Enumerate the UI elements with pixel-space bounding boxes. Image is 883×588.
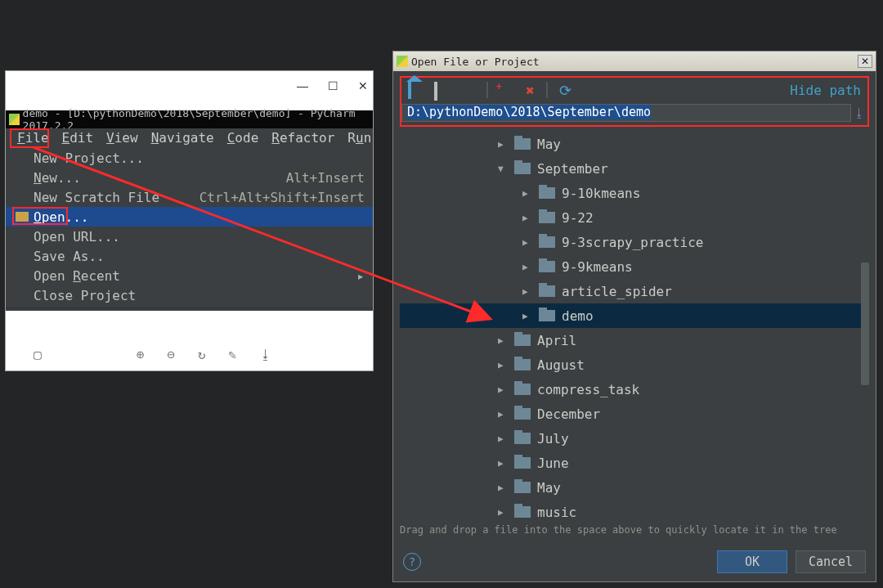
folder-icon [514,163,531,174]
minimize-button[interactable]: — [297,79,308,92]
tree-node-demo[interactable]: ▶demo [400,303,869,328]
window-controls: — ☐ ✕ [297,71,368,101]
expand-arrow-icon[interactable]: ▶ [498,507,509,518]
menu-code[interactable]: Code [221,128,266,148]
hide-path-link[interactable]: Hide path [790,83,861,98]
tree-node-december[interactable]: ▶December [400,402,869,426]
menu-view[interactable]: View [100,128,145,148]
expand-arrow-icon[interactable]: ▶ [522,213,534,223]
folder-icon [514,384,531,395]
history-dropdown-icon[interactable]: ⭳ [851,104,867,122]
new-folder-icon[interactable] [500,83,514,97]
expand-arrow-icon[interactable]: ▶ [522,237,534,248]
main-menubar: File Edit View Navigate Code Refactor Ru… [6,128,373,148]
maximize-button[interactable]: ☐ [328,79,338,92]
download-icon[interactable]: ⭳ [259,347,272,362]
tree-node-july[interactable]: ▶July [400,426,869,451]
ok-button[interactable]: OK [717,550,787,573]
edit-icon[interactable]: ✎ [229,347,237,362]
zoom-out-icon[interactable]: ⊖ [167,347,175,362]
menu-file[interactable]: File [11,128,56,148]
file-menu-dropdown: New Project... New... Alt+Insert New Scr… [6,148,373,311]
tree-node-article-spider[interactable]: ▶article_spider [400,279,869,303]
tree-node-august[interactable]: ▶August [400,352,869,377]
path-input[interactable]: D:\pythonDemo\2018\September\demo [401,104,851,122]
menu-save-as[interactable]: Save As.. [6,246,373,266]
expand-arrow-icon[interactable]: ▶ [522,311,534,321]
folder-icon [514,482,531,493]
tree-node-label: music [537,505,576,520]
path-row: D:\pythonDemo\2018\September\demo ⭳ [401,102,867,123]
menu-open-url[interactable]: Open URL... [6,227,373,246]
show-hidden-icon[interactable] [583,83,598,97]
expand-arrow-icon[interactable]: ▶ [498,433,509,444]
tree-node-april[interactable]: ▶April [400,328,869,352]
project-icon[interactable] [434,83,449,97]
menu-new-project[interactable]: New Project... [6,148,373,168]
expand-arrow-icon[interactable]: ▶ [498,458,509,469]
tree-node-may[interactable]: ▶May [400,475,869,500]
expand-arrow-icon[interactable]: ▶ [498,384,509,395]
menu-run[interactable]: Run [341,128,378,148]
pycharm-logo-icon [9,114,20,125]
expand-arrow-icon[interactable]: ▶ [498,139,509,150]
tree-node-music[interactable]: ▶music [400,500,869,521]
expand-arrow-icon[interactable]: ▶ [498,483,509,493]
cancel-button[interactable]: Cancel [796,550,866,573]
folder-icon [514,359,531,370]
tree-node-label: 9-22 [562,210,594,226]
close-button[interactable]: ✕ [358,79,368,92]
dialog-close-button[interactable]: ✕ [858,55,872,68]
tree-node-may[interactable]: ▶May [400,132,869,156]
menu-open-recent[interactable]: Open Recent ▸ [6,266,373,285]
folder-icon [539,187,555,199]
expand-arrow-icon[interactable]: ▶ [522,286,534,297]
folder-icon[interactable] [460,83,475,97]
expand-arrow-icon[interactable]: ▶ [498,409,509,420]
dialog-toolbar: ✖ ⟳ Hide path [401,78,867,102]
layout-icon[interactable]: ▢ [34,347,42,362]
zoom-in-icon[interactable]: ⊕ [137,347,145,362]
tree-node-june[interactable]: ▶June [400,451,869,475]
open-folder-icon [16,212,29,222]
tree-node-9-10kmeans[interactable]: ▶9-10kmeans [400,181,869,205]
expand-arrow-icon[interactable]: ▶ [498,335,509,346]
expand-arrow-icon[interactable]: ▶ [498,360,509,370]
menu-open[interactable]: Open... [6,207,373,227]
tree-scrollbar[interactable] [861,132,869,521]
refresh-icon[interactable]: ↻ [198,347,206,362]
delete-icon[interactable]: ✖ [526,82,535,99]
pycharm-main-window: — ☐ ✕ demo - [D:\pythonDemo\2018\Septemb… [5,70,374,371]
menu-separator [6,307,373,308]
tree-node-compress-task[interactable]: ▶compress_task [400,377,869,402]
tree-node-9-3scrapy-practice[interactable]: ▶9-3scrapy_practice [400,230,869,254]
home-icon[interactable] [408,83,423,97]
tree-node-label: compress_task [537,382,639,397]
folder-icon [539,261,555,272]
tree-node-9-22[interactable]: ▶9-22 [400,205,869,230]
menu-new-scratch[interactable]: New Scratch File Ctrl+Alt+Shift+Insert [6,187,373,207]
pycharm-titlebar: demo - [D:\pythonDemo\2018\September\dem… [6,110,373,128]
expand-arrow-icon[interactable]: ▶ [522,262,534,272]
file-tree[interactable]: ▶May▼September▶9-10kmeans▶9-22▶9-3scrapy… [400,132,869,521]
help-icon[interactable]: ? [403,553,421,571]
dialog-title-text: Open File or Project [411,56,540,68]
refresh-icon[interactable]: ⟳ [559,82,571,99]
expand-arrow-icon[interactable]: ▶ [522,188,534,199]
tree-node-label: December [537,406,600,422]
menu-navigate[interactable]: Navigate [145,128,221,148]
folder-icon [539,310,555,321]
expand-arrow-icon[interactable]: ▼ [498,164,509,174]
menu-close-project[interactable]: Close Project [6,285,373,305]
tree-node-label: April [537,333,576,348]
toolbar-separator [546,82,548,98]
scrollbar-thumb[interactable] [861,263,869,385]
tree-node-9-9kmeans[interactable]: ▶9-9kmeans [400,254,869,279]
menu-refactor[interactable]: Refactor [265,128,341,148]
menu-new[interactable]: New... Alt+Insert [6,168,373,187]
pycharm-status-bar: ▢ ⊕ ⊖ ↻ ✎ ⭳ [6,338,373,370]
toolbar-separator [486,82,488,98]
folder-icon [514,408,531,420]
menu-edit[interactable]: Edit [56,128,101,148]
tree-node-september[interactable]: ▼September [400,156,869,181]
